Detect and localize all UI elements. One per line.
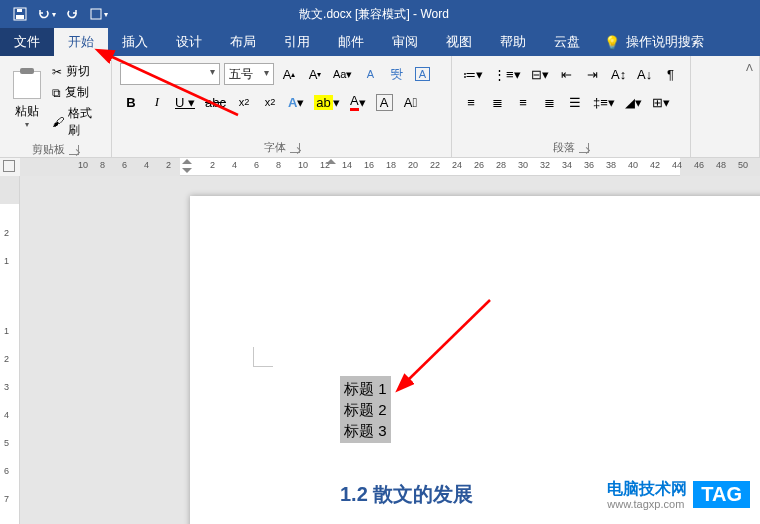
brush-icon: 🖌 [52,115,64,129]
dialog-launcher-icon[interactable] [69,145,79,155]
tab-selector-icon[interactable] [3,160,15,172]
clear-format-button[interactable]: 똿 [385,63,407,85]
enclose-char-button[interactable]: A [411,63,433,85]
decrease-indent-button[interactable]: ⇤ [556,63,578,85]
svg-rect-1 [16,15,24,19]
document-page[interactable]: 标题 1 标题 2 标题 3 1.2 散文的发展 [190,196,760,524]
copy-button[interactable]: ⧉复制 [48,83,105,102]
tab-layout[interactable]: 布局 [216,28,270,56]
clipboard-icon [13,71,41,99]
svg-rect-2 [17,9,22,12]
qat-more-icon[interactable]: ▾ [88,4,108,24]
hanging-indent-icon[interactable] [182,168,192,173]
heading-3: 标题 3 [344,420,387,441]
tab-help[interactable]: 帮助 [486,28,540,56]
highlight-button[interactable]: ab▾ [311,91,342,113]
ribbon: ᐱ 粘贴 ▾ ✂剪切 ⧉复制 🖌格式刷 剪贴板 五号 A▴ A▾ Aa▾ [0,56,760,158]
tab-insert[interactable]: 插入 [108,28,162,56]
undo-icon[interactable]: ▾ [36,4,56,24]
show-marks-button[interactable]: ¶ [660,63,682,85]
sort-button[interactable]: A↓ [634,63,656,85]
tab-design[interactable]: 设计 [162,28,216,56]
align-center-button[interactable]: ≣ [486,91,508,113]
dialog-launcher-icon[interactable] [290,143,300,153]
workspace: 211234567 标题 1 标题 2 标题 3 1.2 散文的发展 [0,176,760,524]
align-left-button[interactable]: ≡ [460,91,482,113]
italic-button[interactable]: I [146,91,168,113]
page-area[interactable]: 标题 1 标题 2 标题 3 1.2 散文的发展 [20,176,760,524]
borders-button[interactable]: ⊞▾ [649,91,673,113]
first-line-indent-icon[interactable] [182,159,192,164]
dialog-launcher-icon[interactable] [579,143,589,153]
format-painter-button[interactable]: 🖌格式刷 [48,104,105,140]
subscript-button[interactable]: x2 [233,91,255,113]
tab-view[interactable]: 视图 [432,28,486,56]
tab-file[interactable]: 文件 [0,28,54,56]
heading-2: 标题 2 [344,399,387,420]
first-line-indent2-icon[interactable] [326,159,336,164]
watermark-tag: TAG [693,481,750,508]
group-font: 五号 A▴ A▾ Aa▾ A 똿 A B I U ▾ abc x2 x2 A▾ … [112,56,452,157]
tab-review[interactable]: 审阅 [378,28,432,56]
cut-button[interactable]: ✂剪切 [48,62,105,81]
watermark-url: www.tagxp.com [607,498,687,510]
font-color-button[interactable]: A▾ [347,91,369,113]
paragraph-group-label: 段落 [553,140,575,155]
clipboard-group-label: 剪贴板 [32,142,65,157]
watermark-text: 电脑技术网 [607,479,687,500]
phonetic-guide-button[interactable]: A [359,63,381,85]
ruler-horizontal[interactable]: 1086422468101214161820222426283032343638… [0,158,760,176]
char-border-button[interactable]: A⃝ [400,91,422,113]
selected-headings[interactable]: 标题 1 标题 2 标题 3 [340,376,391,443]
svg-rect-3 [91,9,101,19]
increase-indent-button[interactable]: ⇥ [582,63,604,85]
shrink-font-button[interactable]: A▾ [304,63,326,85]
collapse-ribbon-icon[interactable]: ᐱ [740,58,758,76]
underline-button[interactable]: U ▾ [172,91,198,113]
justify-button[interactable]: ≣ [538,91,560,113]
lightbulb-icon: 💡 [604,35,620,50]
line-spacing-button[interactable]: ‡≡▾ [590,91,618,113]
scissors-icon: ✂ [52,65,62,79]
paste-button[interactable]: 粘贴 ▾ [6,60,48,140]
align-right-button[interactable]: ≡ [512,91,534,113]
font-name-combo[interactable] [120,63,220,85]
save-icon[interactable] [10,4,30,24]
char-shading-button[interactable]: A [373,91,396,113]
section-heading[interactable]: 1.2 散文的发展 [340,481,473,508]
tab-mailings[interactable]: 邮件 [324,28,378,56]
multilevel-button[interactable]: ⊟▾ [528,63,552,85]
grow-font-button[interactable]: A▴ [278,63,300,85]
watermark: 电脑技术网 www.tagxp.com TAG [607,479,750,510]
tab-home[interactable]: 开始 [54,28,108,56]
numbering-button[interactable]: ⋮≡▾ [490,63,524,85]
text-direction-button[interactable]: A↕ [608,63,630,85]
ruler-vertical[interactable]: 211234567 [0,176,20,524]
change-case-button[interactable]: Aa▾ [330,63,355,85]
bold-button[interactable]: B [120,91,142,113]
group-clipboard: 粘贴 ▾ ✂剪切 ⧉复制 🖌格式刷 剪贴板 [0,56,112,157]
redo-icon[interactable] [62,4,82,24]
title-bar: ▾ ▾ 散文.docx [兼容模式] - Word [0,0,760,28]
tell-me-label: 操作说明搜索 [626,33,704,51]
tab-references[interactable]: 引用 [270,28,324,56]
distribute-button[interactable]: ☰ [564,91,586,113]
quick-access-toolbar: ▾ ▾ [0,4,108,24]
bullets-button[interactable]: ≔▾ [460,63,486,85]
window-title: 散文.docx [兼容模式] - Word [108,6,640,23]
group-paragraph: ≔▾ ⋮≡▾ ⊟▾ ⇤ ⇥ A↕ A↓ ¶ ≡ ≣ ≡ ≣ ☰ ‡≡▾ ◢▾ ⊞… [452,56,691,157]
shading-button[interactable]: ◢▾ [622,91,645,113]
ribbon-tabs: 文件 开始 插入 设计 布局 引用 邮件 审阅 视图 帮助 云盘 💡 操作说明搜… [0,28,760,56]
strike-button[interactable]: abc [202,91,229,113]
paste-label: 粘贴 [15,103,39,120]
text-effects-button[interactable]: A▾ [285,91,307,113]
superscript-button[interactable]: x2 [259,91,281,113]
font-size-combo[interactable]: 五号 [224,63,274,85]
tab-cloud[interactable]: 云盘 [540,28,594,56]
margin-mark-icon [253,347,273,367]
copy-icon: ⧉ [52,86,61,100]
tell-me-search[interactable]: 💡 操作说明搜索 [594,28,714,56]
heading-1: 标题 1 [344,378,387,399]
font-group-label: 字体 [264,140,286,155]
chevron-down-icon: ▾ [25,120,29,129]
